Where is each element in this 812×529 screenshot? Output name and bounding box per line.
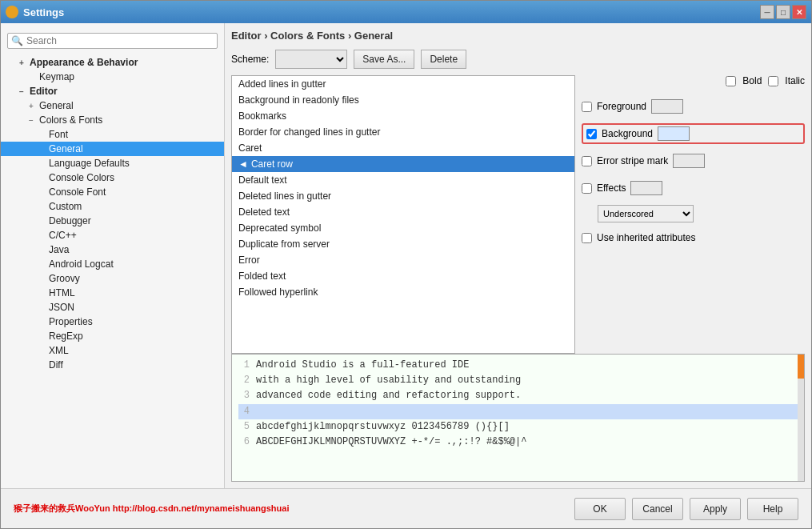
apply-button[interactable]: Apply xyxy=(690,498,741,520)
app-icon xyxy=(6,6,18,18)
search-input[interactable] xyxy=(26,35,214,46)
sidebar-item-appearance[interactable]: + Appearance & Behavior xyxy=(1,55,224,70)
scheme-row: Scheme: Save As... Delete xyxy=(231,50,805,69)
line-content: Android Studio is a full-featured IDE xyxy=(256,358,469,373)
line-number: 5 xyxy=(238,419,250,435)
watermark-text: 猴子搬来的救兵WooYun http://blog.csdn.net/mynam… xyxy=(14,503,568,515)
sidebar-item-console-colors[interactable]: Console Colors xyxy=(1,170,224,185)
list-item[interactable]: Error xyxy=(232,252,574,268)
background-label: Background xyxy=(602,128,653,139)
arrow-icon: ◄ xyxy=(238,158,248,170)
expand-icon: + xyxy=(17,58,26,67)
list-item[interactable]: Deleted lines in gutter xyxy=(232,188,574,204)
ok-button[interactable]: OK xyxy=(574,498,626,520)
breadcrumb: Editor › Colors & Fonts › General xyxy=(231,30,805,42)
line-number: 3 xyxy=(238,388,250,403)
sidebar-item-debugger[interactable]: Debugger xyxy=(1,214,224,228)
sidebar-item-cpp[interactable]: C/C++ xyxy=(1,228,224,242)
line-content: with a high level of usability and outst… xyxy=(256,373,521,388)
right-options-panel: Bold Italic Foreground Background xyxy=(582,75,805,354)
window-title: Settings xyxy=(23,6,64,18)
sidebar-item-language-defaults[interactable]: Language Defaults xyxy=(1,156,224,170)
inherited-checkbox[interactable] xyxy=(582,233,592,243)
preview-scrollbar[interactable] xyxy=(798,355,804,481)
background-checkbox[interactable] xyxy=(586,129,597,139)
line-number: 4 xyxy=(238,404,250,419)
error-stripe-checkbox[interactable] xyxy=(582,156,592,166)
effects-dropdown[interactable]: Underscored xyxy=(598,205,694,222)
list-item[interactable]: Deleted text xyxy=(232,204,574,220)
sidebar-item-groovy[interactable]: Groovy xyxy=(1,271,224,286)
sidebar: 🔍 + Appearance & Behavior Keymap − Edito… xyxy=(1,23,225,488)
effects-label: Effects xyxy=(597,182,626,194)
content-area: 🔍 + Appearance & Behavior Keymap − Edito… xyxy=(1,23,811,488)
sidebar-item-html[interactable]: HTML xyxy=(1,286,224,300)
list-item[interactable]: Border for changed lines in gutter xyxy=(232,124,574,140)
scheme-label: Scheme: xyxy=(231,54,269,65)
line-content xyxy=(256,404,798,419)
title-bar: Settings ─ □ ✕ xyxy=(1,1,811,23)
italic-checkbox[interactable] xyxy=(768,76,778,86)
sidebar-item-font[interactable]: Font xyxy=(1,127,224,142)
expand-icon: − xyxy=(17,87,26,96)
list-item[interactable]: Background in readonly files xyxy=(232,92,574,108)
preview-line-5: 5 abcdefghijklmnopqrstuvwxyz 0123456789 … xyxy=(238,419,798,435)
preview-line-4: 4 xyxy=(238,404,798,419)
foreground-color-swatch[interactable] xyxy=(651,99,683,114)
delete-button[interactable]: Delete xyxy=(421,50,466,69)
preview-area: 1 Android Studio is a full-featured IDE … xyxy=(231,354,805,482)
error-stripe-label: Error stripe mark xyxy=(597,155,668,166)
bold-checkbox[interactable] xyxy=(726,76,736,86)
sidebar-item-java[interactable]: Java xyxy=(1,242,224,257)
minimize-button[interactable]: ─ xyxy=(760,5,774,19)
search-icon: 🔍 xyxy=(11,35,23,46)
sidebar-item-general[interactable]: + General xyxy=(1,98,224,113)
sidebar-item-custom[interactable]: Custom xyxy=(1,199,224,214)
list-item[interactable]: Added lines in gutter xyxy=(232,76,574,92)
list-item[interactable]: Duplicate from server xyxy=(232,236,574,252)
list-item-selected[interactable]: ◄Caret row xyxy=(232,156,574,172)
foreground-label: Foreground xyxy=(597,101,646,112)
line-content: abcdefghijklmnopqrstuvwxyz 0123456789 ()… xyxy=(256,419,510,435)
sidebar-item-android-logcat[interactable]: Android Logcat xyxy=(1,257,224,271)
sidebar-item-xml[interactable]: XML xyxy=(1,343,224,358)
sidebar-item-console-font[interactable]: Console Font xyxy=(1,185,224,199)
search-box[interactable]: 🔍 xyxy=(7,33,218,49)
background-row: Background xyxy=(582,123,805,144)
items-list[interactable]: Added lines in gutter Background in read… xyxy=(231,75,575,354)
sidebar-item-properties[interactable]: Properties xyxy=(1,315,224,329)
background-color-swatch[interactable] xyxy=(658,126,690,141)
inherited-row: Use inherited attributes xyxy=(582,229,805,246)
preview-line-1: 1 Android Studio is a full-featured IDE xyxy=(238,358,798,373)
sidebar-item-keymap[interactable]: Keymap xyxy=(1,70,224,84)
settings-window: Settings ─ □ ✕ 🔍 + Appearance & Behavior… xyxy=(0,0,812,529)
error-stripe-row: Error stripe mark xyxy=(582,150,805,171)
sidebar-item-colors-fonts[interactable]: − Colors & Fonts xyxy=(1,113,224,127)
sidebar-item-editor[interactable]: − Editor xyxy=(1,84,224,98)
sidebar-item-regexp[interactable]: RegExp xyxy=(1,329,224,343)
effects-checkbox[interactable] xyxy=(582,183,592,194)
save-as-button[interactable]: Save As... xyxy=(354,50,414,69)
foreground-checkbox[interactable] xyxy=(582,102,592,112)
effects-color-swatch[interactable] xyxy=(630,181,662,195)
preview-line-3: 3 advanced code editing and refactoring … xyxy=(238,388,798,403)
line-number: 6 xyxy=(238,435,250,450)
error-stripe-color-swatch[interactable] xyxy=(673,154,705,168)
cancel-button[interactable]: Cancel xyxy=(632,498,683,520)
help-button[interactable]: Help xyxy=(747,498,798,520)
sidebar-item-diff[interactable]: Diff xyxy=(1,358,224,372)
list-item[interactable]: Caret xyxy=(232,140,574,156)
list-item[interactable]: Followed hyperlink xyxy=(232,284,574,300)
sidebar-item-json[interactable]: JSON xyxy=(1,300,224,315)
scheme-select[interactable] xyxy=(275,50,347,69)
list-item[interactable]: Bookmarks xyxy=(232,108,574,124)
maximize-button[interactable]: □ xyxy=(776,5,790,19)
main-panel: Editor › Colors & Fonts › General Scheme… xyxy=(225,23,811,488)
list-item[interactable]: Default text xyxy=(232,172,574,188)
close-button[interactable]: ✕ xyxy=(792,5,806,19)
panel-body: Added lines in gutter Background in read… xyxy=(231,75,805,354)
list-item[interactable]: Folded text xyxy=(232,268,574,284)
sidebar-item-general-selected[interactable]: General xyxy=(1,142,224,156)
scrollbar-thumb[interactable] xyxy=(798,355,804,379)
list-item[interactable]: Deprecated symbol xyxy=(232,220,574,236)
